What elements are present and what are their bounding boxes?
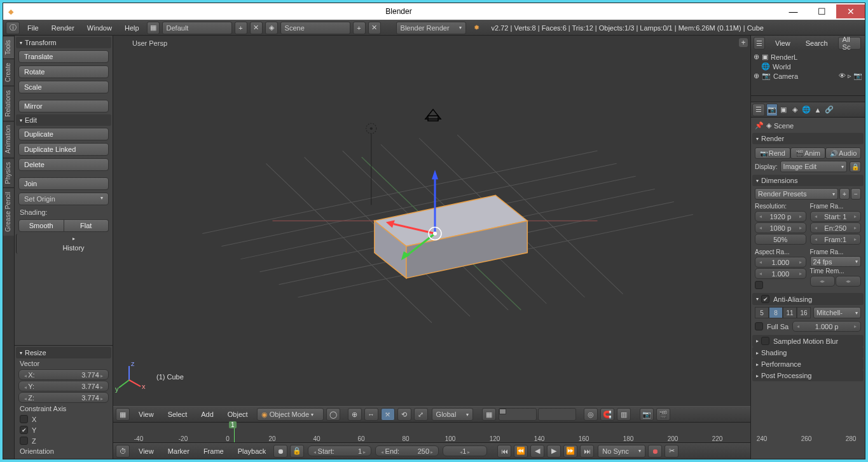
outliner-filter[interactable]: All Sc bbox=[838, 37, 861, 50]
set-origin-button[interactable]: Set Origin▾ bbox=[18, 193, 109, 205]
start-frame[interactable]: Start:1 bbox=[308, 445, 371, 456]
layer-buttons[interactable] bbox=[499, 408, 576, 421]
aspect-y[interactable]: ◂1.000▸ bbox=[755, 268, 806, 279]
scene-add-icon[interactable]: + bbox=[353, 22, 366, 34]
join-button[interactable]: Join bbox=[18, 177, 109, 190]
menu-help[interactable]: Help bbox=[118, 20, 146, 36]
keyframe-next-icon[interactable]: ⏩ bbox=[563, 445, 577, 458]
view3d-menu-select[interactable]: Select bbox=[162, 407, 194, 422]
render-button[interactable]: 📷Rend bbox=[755, 147, 790, 159]
smooth-button[interactable]: Smooth bbox=[18, 219, 64, 232]
fullsample-check[interactable] bbox=[755, 322, 763, 330]
performance-panel-header[interactable]: Performance bbox=[752, 358, 864, 370]
tab-animation[interactable]: Animation bbox=[3, 121, 14, 157]
tl-menu-frame[interactable]: Frame bbox=[197, 444, 230, 459]
menu-window[interactable]: Window bbox=[81, 20, 118, 36]
current-frame[interactable]: 1 bbox=[443, 445, 487, 456]
outliner-search[interactable]: Search bbox=[799, 36, 834, 51]
lock-ui-icon[interactable]: 🔒 bbox=[850, 161, 861, 172]
proportional-edit-icon[interactable]: ◎ bbox=[584, 408, 598, 421]
timeline-cursor[interactable] bbox=[234, 423, 235, 442]
prop-scene-icon[interactable]: ◈ bbox=[789, 104, 801, 116]
panel-transform[interactable]: Transform bbox=[16, 37, 111, 48]
render-presets[interactable]: Render Presets▾ bbox=[755, 188, 838, 200]
flat-button[interactable]: Flat bbox=[64, 219, 109, 232]
transform-orientation[interactable]: Global▾ bbox=[432, 408, 473, 421]
tl-menu-view[interactable]: View bbox=[132, 444, 160, 459]
translate-button[interactable]: Translate bbox=[18, 50, 109, 63]
autokey-record-icon[interactable]: ⏺ bbox=[648, 445, 662, 458]
aa-samples[interactable]: 5 8 11 16 bbox=[755, 307, 811, 318]
play-icon[interactable]: ▶ bbox=[547, 445, 561, 458]
mode-select[interactable]: ◉ Object Mode ▾ bbox=[257, 408, 324, 421]
mirror-button[interactable]: Mirror bbox=[18, 100, 109, 112]
tab-tools[interactable]: Tools bbox=[3, 36, 14, 58]
fps-select[interactable]: 24 fps▾ bbox=[810, 256, 862, 267]
timeline-ruler[interactable]: -40-200204060801001201401601802002202402… bbox=[113, 423, 750, 443]
render-audio-button[interactable]: 🔊Audio bbox=[825, 147, 861, 159]
screen-add-icon[interactable]: + bbox=[235, 22, 247, 34]
border-check[interactable] bbox=[755, 281, 763, 289]
render-engine[interactable]: Blender Render▾ bbox=[396, 22, 466, 34]
prop-render-icon[interactable]: 📷 bbox=[766, 104, 778, 116]
render-panel-header[interactable]: Render bbox=[752, 133, 864, 144]
render-anim-icon[interactable]: 🎬 bbox=[656, 408, 670, 421]
tab-relations[interactable]: Relations bbox=[3, 86, 14, 121]
lock-icon[interactable]: 🔒 bbox=[290, 445, 304, 458]
layers-icon[interactable]: ▦ bbox=[482, 408, 496, 421]
tl-menu-playback[interactable]: Playback bbox=[231, 444, 273, 459]
aa-panel-header[interactable]: ✔Anti-Aliasing bbox=[752, 293, 864, 305]
frame-step[interactable]: ◂Fram:1▸ bbox=[810, 234, 862, 245]
preset-remove-icon[interactable]: − bbox=[851, 188, 861, 200]
manipulator-toggle-icon[interactable]: ↔ bbox=[364, 408, 378, 421]
tab-physics[interactable]: Physics bbox=[3, 158, 14, 187]
keying-set-icon[interactable]: ✂ bbox=[665, 445, 679, 458]
shading-panel-header[interactable]: Shading bbox=[752, 347, 864, 358]
autokey-icon[interactable]: ⏺ bbox=[273, 445, 287, 458]
viewport-shading-icon[interactable]: ◯ bbox=[326, 408, 340, 421]
prop-world-icon[interactable]: 🌐 bbox=[801, 104, 812, 116]
rotate-button[interactable]: Rotate bbox=[18, 65, 109, 78]
expand-n-panel-icon[interactable]: + bbox=[739, 38, 748, 47]
editor-type-icon[interactable]: ⓘ bbox=[6, 22, 20, 34]
play-reverse-icon[interactable]: ◀ bbox=[530, 445, 544, 458]
operator-title[interactable]: Resize bbox=[16, 347, 111, 358]
frame-end[interactable]: ◂En:250▸ bbox=[810, 222, 862, 233]
screen-layout[interactable]: Default bbox=[162, 22, 232, 34]
editor-type-timeline-icon[interactable]: ⏱ bbox=[116, 445, 130, 458]
snap-type-icon[interactable]: ▥ bbox=[617, 408, 631, 421]
constraint-x[interactable]: X bbox=[16, 414, 111, 425]
jump-end-icon[interactable]: ⏭ bbox=[580, 445, 594, 458]
outliner-item-render[interactable]: ⊕▣RenderL bbox=[752, 52, 864, 62]
menu-file[interactable]: File bbox=[21, 20, 45, 36]
rotate-widget-icon[interactable]: ⟲ bbox=[397, 408, 411, 421]
pin-icon[interactable]: 📌 bbox=[755, 121, 764, 130]
aspect-x[interactable]: ◂1.000▸ bbox=[755, 257, 806, 268]
close-button[interactable]: ✕ bbox=[836, 4, 865, 18]
aa-filter[interactable]: Mitchell-▾ bbox=[813, 307, 861, 318]
keyframe-prev-icon[interactable]: ⏪ bbox=[514, 445, 528, 458]
scene-del-icon[interactable]: ✕ bbox=[368, 22, 381, 34]
aa-pixel-size[interactable]: ◂1.000 p▸ bbox=[792, 321, 861, 332]
end-frame[interactable]: End:250 bbox=[375, 445, 439, 456]
res-y[interactable]: ◂1080 p▸ bbox=[755, 222, 806, 233]
outliner-item-camera[interactable]: ⊕📷Camera👁 ▹ 📷 bbox=[752, 71, 864, 81]
jump-start-icon[interactable]: ⏮ bbox=[497, 445, 511, 458]
duplicate-button[interactable]: Duplicate bbox=[18, 128, 109, 140]
snap-icon[interactable]: 🧲 bbox=[600, 408, 614, 421]
constraint-y[interactable]: ✔Y bbox=[16, 425, 111, 435]
outliner-scrollbar[interactable] bbox=[751, 95, 865, 102]
view3d-menu-view[interactable]: View bbox=[132, 407, 160, 422]
tab-create[interactable]: Create bbox=[3, 58, 14, 86]
prop-object-icon[interactable]: ▲ bbox=[812, 104, 823, 116]
res-pct[interactable]: 50% bbox=[755, 234, 806, 245]
render-preview-icon[interactable]: 📷 bbox=[640, 408, 654, 421]
minimize-button[interactable]: — bbox=[779, 4, 808, 18]
resize-y[interactable]: Y:3.774 bbox=[18, 381, 109, 391]
outliner-item-world[interactable]: 🌐World bbox=[752, 62, 864, 71]
delete-button[interactable]: Delete bbox=[18, 158, 109, 171]
duplicate-linked-button[interactable]: Duplicate Linked bbox=[18, 143, 109, 156]
render-anim-button[interactable]: 🎬Anim bbox=[790, 147, 826, 159]
editor-type-outliner-icon[interactable]: ☰ bbox=[754, 37, 765, 50]
display-mode[interactable]: Image Edit▾ bbox=[780, 161, 847, 172]
